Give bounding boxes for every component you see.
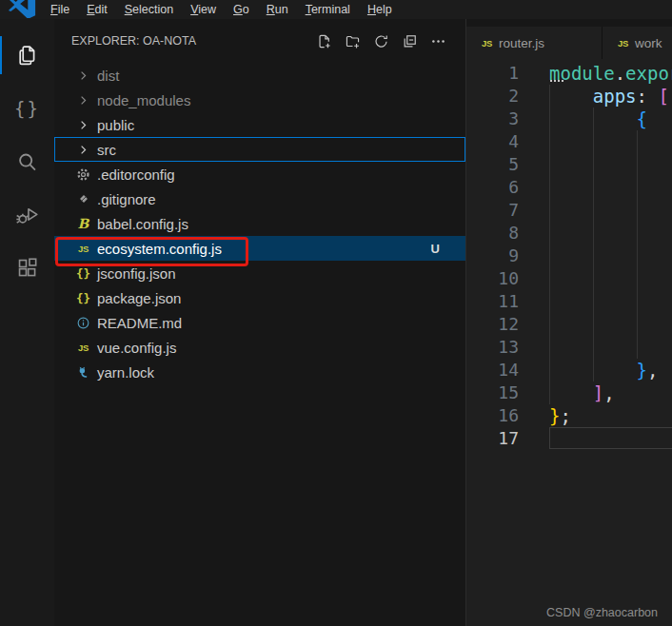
js-icon: JS [482,38,492,49]
code-line-content [549,222,672,245]
line-number: 11 [466,290,519,313]
babel-icon: B [75,216,91,232]
line-number: 14 [466,359,519,381]
code-line-2[interactable]: 2 apps: [ [466,85,672,108]
code-area[interactable]: 1module.expor2 apps: [3 {456789101112131… [466,59,672,450]
line-number: 2 [466,85,519,108]
indent-guide [637,313,638,336]
tree-item-yarn.lock[interactable]: yarn.lock [54,360,465,384]
tree-item-label: .gitignore [97,191,156,207]
tree-item-dist[interactable]: dist [54,63,465,88]
menu-view[interactable]: View [182,1,225,18]
indent-guide [593,130,594,153]
code-line-14[interactable]: 14 }, [466,359,672,381]
code-line-10[interactable]: 10 [466,267,672,290]
tree-item-public[interactable]: public [54,112,465,137]
indent-guide [549,290,550,313]
search-icon [14,149,40,175]
code-line-content: }; [549,404,672,427]
more-actions-button[interactable] [430,33,446,49]
activitybar-extensions[interactable] [0,242,54,295]
code-line-content [549,245,672,267]
line-number: 12 [466,313,519,336]
code-line-8[interactable]: 8 [466,222,672,245]
indent-guide [637,245,638,267]
explorer-actions [316,33,446,49]
titlebar: FileEditSelectionViewGoRunTerminalHelp [0,0,672,19]
menu-terminal[interactable]: Terminal [297,1,359,18]
main-area: {} EXPLORER: OA-NOTA distnode_modulespub… [0,19,672,626]
new-folder-button[interactable] [345,33,361,49]
indent-guide [593,267,594,290]
collapse-all-button[interactable] [402,33,418,49]
tree-item-package.json[interactable]: {}package.json [54,285,465,310]
code-line-9[interactable]: 9 [466,245,672,267]
tree-item-.gitignore[interactable]: .gitignore [54,186,465,211]
code-line-5[interactable]: 5 [466,153,672,176]
activitybar-run-debug[interactable] [0,188,54,242]
menu-edit[interactable]: Edit [78,1,116,18]
tree-item-babel.config.js[interactable]: Bbabel.config.js [54,211,465,236]
menu-file[interactable]: File [42,1,78,18]
new-file-button[interactable] [316,33,332,49]
code-line-content [549,313,672,336]
indent-guide [593,108,594,130]
activitybar-braces[interactable]: {} [0,82,54,135]
new-file-icon [316,33,332,49]
info-icon [75,315,91,331]
indent-guide [549,153,550,176]
code-line-content [549,153,672,176]
indent-guide [549,381,550,404]
code-line-6[interactable]: 6 [466,176,672,199]
code-line-17[interactable]: 17 [466,427,672,450]
code-line-16[interactable]: 16}; [466,404,672,427]
tree-item-src[interactable]: src [54,137,465,162]
indent-guide [593,176,594,199]
tree-item-README.md[interactable]: README.md [54,310,465,335]
tree-item-ecosystem.config.js[interactable]: JSecosystem.config.jsU [54,236,465,261]
code-line-content [549,199,672,222]
code-line-11[interactable]: 11 [466,290,672,313]
tree-item-vue.config.js[interactable]: JSvue.config.js [54,335,465,360]
line-number: 9 [466,245,519,267]
menu-run[interactable]: Run [258,1,297,18]
code-line-7[interactable]: 7 [466,199,672,222]
code-line-4[interactable]: 4 [466,130,672,153]
tree-item-label: public [97,117,134,133]
tree-item-label: jsconfig.json [97,265,176,282]
tree-item-node_modules[interactable]: node_modules [54,88,465,112]
files-icon [14,43,40,68]
tree-item-.editorconfig[interactable]: .editorconfig [54,162,465,186]
code-line-content [549,267,672,290]
code-line-content: apps: [ [549,85,672,108]
code-line-13[interactable]: 13 [466,336,672,359]
tab-work[interactable]: JSwork [603,27,672,59]
explorer-header: EXPLORER: OA-NOTA [54,19,465,63]
vscode-logo-icon [8,0,36,18]
menu-go[interactable]: Go [225,1,258,18]
tab-router.js[interactable]: JSrouter.js [466,27,603,59]
indent-guide [637,222,638,245]
watermark: CSDN @zhaocarbon [546,606,658,619]
refresh-button[interactable] [373,33,389,49]
tree-item-label: src [97,142,116,158]
code-line-3[interactable]: 3 { [466,108,672,130]
code-line-12[interactable]: 12 [466,313,672,336]
menu-selection[interactable]: Selection [116,1,182,18]
chevron-right-icon [75,92,91,108]
editor-group: JSrouter.jsJSwork 1module.expor2 apps: [… [466,19,672,626]
tree-item-label: dist [97,68,119,84]
activity-bar: {} [0,19,54,626]
chevron-right-icon [75,68,91,84]
menu-help[interactable]: Help [359,1,401,18]
indent-guide [549,199,550,222]
code-line-1[interactable]: 1module.expor [466,62,672,85]
activitybar-search[interactable] [0,135,54,188]
indent-guide [549,130,550,153]
code-line-15[interactable]: 15 ], [466,381,672,404]
activitybar-explorer[interactable] [0,29,54,82]
indent-guide [549,336,550,359]
line-number: 10 [466,267,519,290]
json-icon: {} [75,265,91,282]
tree-item-jsconfig.json[interactable]: {}jsconfig.json [54,261,465,285]
